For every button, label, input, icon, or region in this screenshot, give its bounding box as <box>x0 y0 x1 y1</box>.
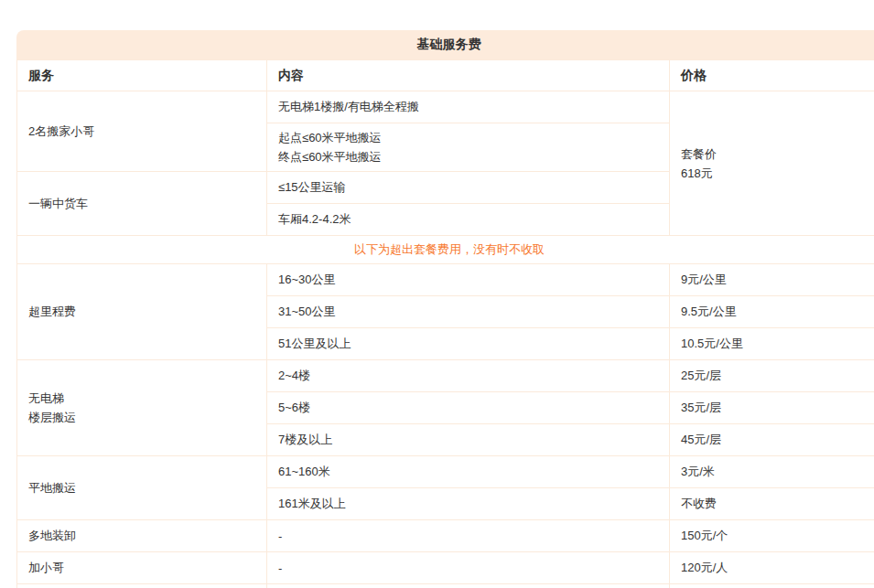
package-price-label: 套餐价 <box>681 144 870 164</box>
empty-cell <box>267 584 670 588</box>
service-cell-mileage: 超里程费 <box>17 264 267 360</box>
service-cell-movers: 2名搬家小哥 <box>17 91 267 172</box>
content-cell: 无电梯1楼搬/有电梯全程搬 <box>267 91 670 123</box>
price-cell: 45元/层 <box>670 424 874 456</box>
service-cell-ground: 平地搬运 <box>17 456 267 520</box>
price-cell: 150元/个 <box>670 520 874 552</box>
content-cell: 起点≤60米平地搬运 终点≤60米平地搬运 <box>267 123 670 172</box>
content-cell: 2~4楼 <box>267 360 670 392</box>
col-header-content: 内容 <box>267 60 670 91</box>
service-cell-truck: 一辆中货车 <box>17 172 267 236</box>
table-row: 平地搬运 61~160米 3元/米 <box>17 456 874 488</box>
service-cell-stairs: 无电梯 楼层搬运 <box>17 360 267 456</box>
content-cell: 51公里及以上 <box>267 328 670 360</box>
content-cell: ≤15公里运输 <box>267 172 670 204</box>
basic-service-fee-panel: 基础服务费 服务 内容 价格 2名搬家小哥 无电梯1楼搬/有电梯全程搬 套餐价 … <box>16 30 874 588</box>
content-cell: - <box>267 552 670 584</box>
package-price-value: 618元 <box>681 164 870 183</box>
content-cell: - <box>267 520 670 552</box>
content-cell: 7楼及以上 <box>267 424 670 456</box>
price-cell: 35元/层 <box>670 392 874 424</box>
content-cell: 16~30公里 <box>267 264 670 296</box>
panel-title-text: 基础服务费 <box>417 37 481 53</box>
content-cell: 31~50公里 <box>267 296 670 328</box>
page: { "colors": { "title_bg": "#fdebdc", "bo… <box>0 0 874 588</box>
content-cell: 161米及以上 <box>267 488 670 520</box>
service-line: 无电梯 <box>28 389 255 408</box>
content-cell: 车厢4.2-4.2米 <box>267 204 670 236</box>
price-cell: 120元/人 <box>670 552 874 584</box>
price-cell: 不收费 <box>670 488 874 520</box>
pricing-table: 服务 内容 价格 2名搬家小哥 无电梯1楼搬/有电梯全程搬 套餐价 618元 起… <box>16 59 874 588</box>
content-cell: 5~6楼 <box>267 392 670 424</box>
panel-title: 基础服务费 <box>16 30 874 59</box>
table-row: 加小哥 - 120元/人 <box>17 552 874 584</box>
table-header-row: 服务 内容 价格 <box>17 60 874 91</box>
empty-cell <box>17 584 267 588</box>
service-line: 楼层搬运 <box>28 408 255 427</box>
col-header-price: 价格 <box>670 60 874 91</box>
table-row: 2名搬家小哥 无电梯1楼搬/有电梯全程搬 套餐价 618元 <box>17 91 874 123</box>
service-cell-multistop: 多地装卸 <box>17 520 267 552</box>
table-row: 超里程费 16~30公里 9元/公里 <box>17 264 874 296</box>
content-line: 终点≤60米平地搬运 <box>278 147 658 166</box>
price-cell: 10.5元/公里 <box>670 328 874 360</box>
empty-cell <box>670 584 874 588</box>
col-header-service: 服务 <box>17 60 267 91</box>
price-cell-package: 套餐价 618元 <box>670 91 874 236</box>
price-cell: 3元/米 <box>670 456 874 488</box>
note-row: 以下为超出套餐费用，没有时不收取 <box>17 236 874 264</box>
note-text: 以下为超出套餐费用，没有时不收取 <box>17 236 874 264</box>
price-cell: 9.5元/公里 <box>670 296 874 328</box>
table-row: 多地装卸 - 150元/个 <box>17 520 874 552</box>
table-row: 无电梯 楼层搬运 2~4楼 25元/层 <box>17 360 874 392</box>
service-cell-extra-mover: 加小哥 <box>17 552 267 584</box>
content-cell: 61~160米 <box>267 456 670 488</box>
content-line: 起点≤60米平地搬运 <box>278 128 658 147</box>
price-cell: 25元/层 <box>670 360 874 392</box>
table-row-partial <box>17 584 874 588</box>
price-cell: 9元/公里 <box>670 264 874 296</box>
